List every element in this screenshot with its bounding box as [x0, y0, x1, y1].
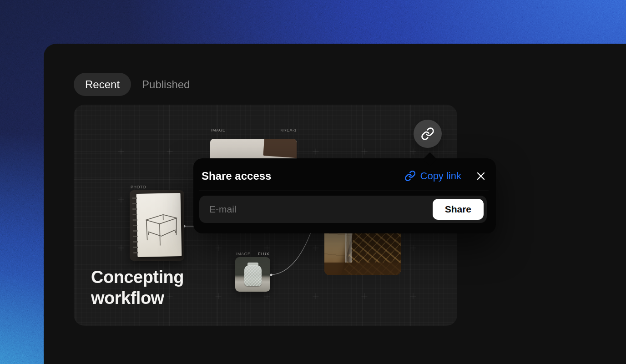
table-photo-node-labels: IMAGE KREA-1	[211, 128, 297, 132]
copy-link-button[interactable]: Copy link	[404, 170, 461, 182]
close-icon	[476, 171, 486, 181]
share-button[interactable]: Share	[433, 199, 484, 220]
tabs-bar: Recent Published	[74, 73, 190, 96]
copy-link-label: Copy link	[420, 170, 461, 182]
project-title: Concepting workflow	[91, 267, 209, 308]
node-type-label: IMAGE	[211, 128, 226, 132]
notebook-node-labels: PHOTO	[131, 185, 181, 189]
tab-recent[interactable]: Recent	[74, 73, 131, 96]
close-button[interactable]	[476, 171, 486, 181]
node-model-label: KREA-1	[280, 128, 297, 132]
table-sketch-drawing	[140, 199, 181, 255]
screen: Recent Published IMAGE KREA-1 PHOTO	[0, 0, 626, 364]
notebook-sketch-image	[130, 190, 184, 261]
node-type-label: IMAGE	[236, 252, 251, 256]
share-link-button[interactable]	[414, 120, 442, 148]
node-model-label: FLUX	[258, 252, 269, 256]
glass-jar-image	[235, 257, 270, 292]
spiral-binding	[132, 196, 138, 255]
popover-header: Share access Copy link	[193, 158, 496, 191]
link-icon	[421, 127, 434, 141]
share-access-popover: Share access Copy link Share	[193, 158, 496, 233]
popover-divider	[199, 191, 489, 191]
node-type-label: PHOTO	[131, 185, 146, 189]
email-field-row: Share	[199, 196, 487, 223]
popover-title: Share access	[202, 170, 404, 182]
link-icon	[404, 170, 416, 182]
jar-node-labels: IMAGE FLUX	[236, 252, 269, 256]
tab-published[interactable]: Published	[142, 73, 190, 96]
